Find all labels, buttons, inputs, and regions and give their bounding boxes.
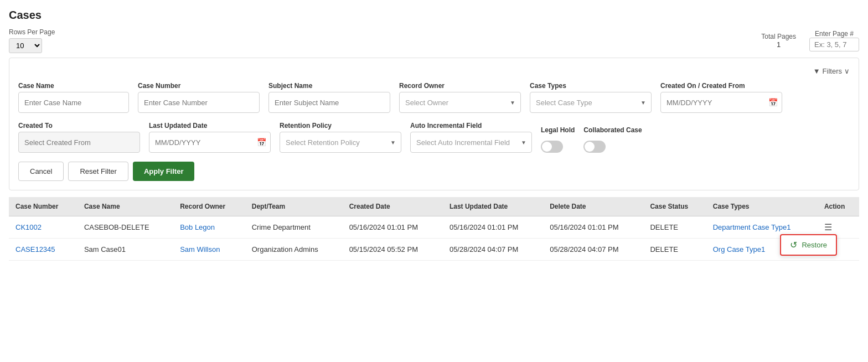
col-created-date: Created Date bbox=[343, 197, 443, 216]
restore-label[interactable]: Restore bbox=[802, 241, 827, 249]
apply-filter-button[interactable]: Apply Filter bbox=[133, 162, 195, 181]
cell-case-status: DELETE bbox=[643, 216, 706, 239]
case-types-select[interactable]: Select Case Type bbox=[530, 92, 652, 113]
filter-toggle[interactable]: ▼ Filters ∨ bbox=[813, 67, 850, 75]
total-pages-label: Total Pages bbox=[761, 33, 796, 40]
case-name-label: Case Name bbox=[18, 82, 129, 90]
page-title: Cases bbox=[9, 9, 859, 22]
cell-case-name: Sam Case01 bbox=[78, 239, 173, 261]
col-dept-team: Dept/Team bbox=[245, 197, 343, 216]
cell-case-name: CASEBOB-DELETE bbox=[78, 216, 173, 239]
cell-created-date: 05/15/2024 05:52 PM bbox=[343, 239, 443, 261]
col-action: Action bbox=[818, 197, 859, 216]
case-name-input[interactable] bbox=[18, 92, 129, 113]
case-number-label: Case Number bbox=[138, 82, 260, 90]
legal-hold-label: Legal Hold bbox=[541, 126, 575, 134]
auto-incremental-select[interactable]: Select Auto Incremental Field bbox=[410, 132, 532, 153]
legal-hold-toggle[interactable] bbox=[541, 141, 563, 153]
col-case-status: Case Status bbox=[643, 197, 706, 216]
cell-dept-team: Organization Admins bbox=[245, 239, 343, 261]
cell-record-owner[interactable]: Sam Willson bbox=[173, 239, 245, 261]
action-menu-icon[interactable]: ☰ bbox=[824, 223, 832, 232]
created-on-label: Created On / Created From bbox=[660, 82, 782, 90]
col-record-owner: Record Owner bbox=[173, 197, 245, 216]
col-case-name: Case Name bbox=[78, 197, 173, 216]
table-row: CK1002 CASEBOB-DELETE Bob Legon Crime De… bbox=[9, 216, 859, 239]
cancel-button[interactable]: Cancel bbox=[18, 162, 64, 181]
record-owner-label: Record Owner bbox=[399, 82, 521, 90]
total-pages-value: 1 bbox=[761, 40, 796, 49]
col-case-number: Case Number bbox=[9, 197, 78, 216]
table-header-row: Case Number Case Name Record Owner Dept/… bbox=[9, 197, 859, 216]
rows-per-page-label: Rows Per Page bbox=[9, 28, 55, 36]
page-number-input[interactable] bbox=[809, 38, 859, 51]
col-delete-date: Delete Date bbox=[543, 197, 643, 216]
created-to-label: Created To bbox=[18, 122, 140, 130]
collaborated-case-toggle[interactable] bbox=[583, 141, 606, 153]
col-case-types: Case Types bbox=[706, 197, 818, 216]
cell-case-number[interactable]: CASE12345 bbox=[9, 239, 78, 261]
cell-dept-team: Crime Department bbox=[245, 216, 343, 239]
retention-policy-select[interactable]: Select Retention Policy bbox=[280, 132, 401, 153]
subject-name-label: Subject Name bbox=[268, 82, 390, 90]
cell-last-updated: 05/28/2024 04:07 PM bbox=[443, 239, 543, 261]
collaborated-case-label: Collaborated Case bbox=[583, 126, 642, 134]
cell-created-date: 05/16/2024 01:01 PM bbox=[343, 216, 443, 239]
chevron-down-icon: ∨ bbox=[844, 67, 850, 75]
reset-filter-button[interactable]: Reset Filter bbox=[68, 162, 128, 181]
cell-case-status: DELETE bbox=[643, 239, 706, 261]
restore-popup[interactable]: ↺ Restore bbox=[780, 234, 837, 256]
retention-policy-label: Retention Policy bbox=[280, 122, 401, 130]
cell-delete-date: 05/16/2024 01:01 PM bbox=[543, 216, 643, 239]
restore-icon: ↺ bbox=[790, 240, 797, 250]
created-to-input[interactable] bbox=[18, 132, 140, 153]
case-types-label: Case Types bbox=[530, 82, 652, 90]
filter-toggle-label: Filters bbox=[823, 67, 842, 75]
col-last-updated: Last Updated Date bbox=[443, 197, 543, 216]
created-on-input[interactable] bbox=[660, 92, 782, 113]
table-row: CASE12345 Sam Case01 Sam Willson Organiz… bbox=[9, 239, 859, 261]
last-updated-input[interactable] bbox=[149, 132, 271, 153]
rows-per-page-select[interactable]: 10 25 50 100 bbox=[9, 38, 42, 53]
record-owner-select[interactable]: Select Owner bbox=[399, 92, 521, 113]
cell-action[interactable]: ☰ ↺ Restore bbox=[818, 239, 859, 261]
cases-table: Case Number Case Name Record Owner Dept/… bbox=[9, 197, 859, 261]
subject-name-input[interactable] bbox=[268, 92, 390, 113]
last-updated-label: Last Updated Date bbox=[149, 122, 271, 130]
cell-last-updated: 05/16/2024 01:01 PM bbox=[443, 216, 543, 239]
enter-page-label: Enter Page # bbox=[809, 30, 859, 38]
cell-delete-date: 05/28/2024 04:07 PM bbox=[543, 239, 643, 261]
cell-case-number[interactable]: CK1002 bbox=[9, 216, 78, 239]
auto-incremental-label: Auto Incremental Field bbox=[410, 122, 532, 130]
case-number-input[interactable] bbox=[138, 92, 260, 113]
cell-record-owner[interactable]: Bob Legon bbox=[173, 216, 245, 239]
filter-funnel-icon: ▼ bbox=[813, 67, 820, 75]
